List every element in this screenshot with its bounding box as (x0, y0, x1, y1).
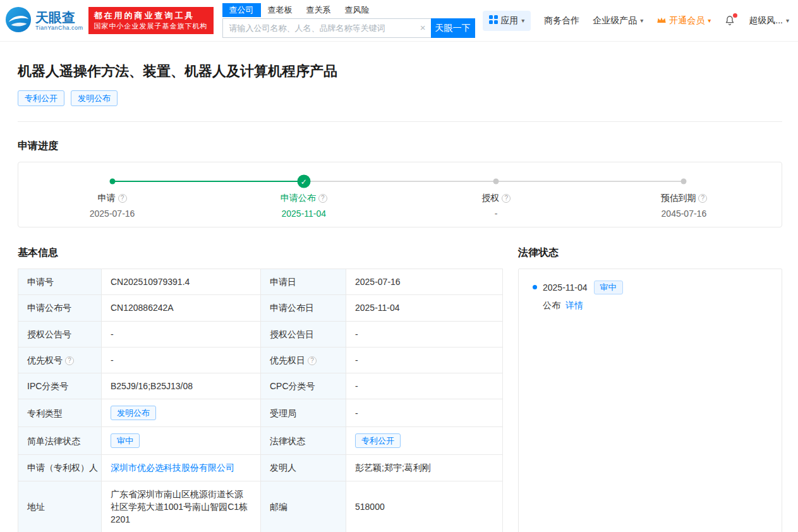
step-grant-label: 授权 (481, 193, 499, 203)
search-clear-icon[interactable]: × (420, 22, 426, 33)
legal-status-section: 法律状态 2025-11-04 审中 公布 详情 (518, 246, 782, 532)
timeline-node-grant (493, 179, 499, 184)
table-row: 专利类型 发明公布 受理局 - (18, 399, 503, 427)
menu-enterprise-label: 企业级产品 (593, 15, 637, 27)
header: 天眼查 TianYanCha.com 都在用的商业查询工具 国家中小企业发展子基… (0, 0, 798, 42)
row-label: 申请公布号 (18, 295, 102, 321)
application-number: CN202510979391.4 (102, 269, 261, 295)
table-row: IPC分类号 B25J9/16;B25J13/08 CPC分类号 - (18, 373, 503, 399)
tag-patent-public: 专利公开 (18, 90, 64, 106)
basic-info-table: 申请号 CN202510979391.4 申请日 2025-07-16 申请公布… (18, 269, 503, 532)
search-tab-boss[interactable]: 查老板 (261, 3, 299, 17)
search-button[interactable]: 天眼一下 (431, 18, 475, 38)
row-label: 授权公告号 (18, 321, 102, 347)
search-tab-relation[interactable]: 查关系 (299, 3, 338, 17)
row-label: 受理局 (261, 399, 346, 427)
grant-number: - (102, 321, 261, 347)
row-label: 申请日 (261, 269, 346, 295)
timeline-node-publish: ✓ (297, 175, 310, 188)
step-expire-label: 预估到期 (660, 193, 696, 203)
row-label: 地址 (18, 481, 102, 532)
table-row: 申请（专利权）人 深圳市优必选科技股份有限公司 发明人 彭艺颖;郑宇;葛利刚 (18, 455, 503, 481)
menu-super-risk[interactable]: 超级风... ▾ (749, 15, 789, 27)
bullet-icon (533, 285, 537, 289)
priority-number: - (102, 347, 261, 373)
timeline-step-apply: 申请? 2025-07-16 (49, 193, 176, 219)
basic-info-title: 基本信息 (18, 246, 502, 260)
crown-icon (656, 16, 667, 26)
legal-status-title: 法律状态 (518, 246, 782, 260)
row-label: 法律状态 (261, 427, 346, 455)
search-tab-company[interactable]: 查公司 (222, 3, 261, 17)
applicant-link[interactable]: 深圳市优必选科技股份有限公司 (111, 462, 234, 473)
timeline-node-apply (109, 179, 115, 184)
help-icon[interactable]: ? (118, 194, 127, 203)
accepting-office: - (346, 399, 503, 427)
legal-status-date: 2025-11-04 (543, 282, 588, 293)
apps-grid-icon (489, 15, 498, 26)
table-row: 优先权号? - 优先权日? - (18, 347, 503, 373)
basic-info-section: 基本信息 申请号 CN202510979391.4 申请日 2025-07-16… (18, 246, 502, 532)
promo-badge: 都在用的商业查询工具 国家中小企业发展子基金旗下机构 (88, 7, 214, 33)
apps-menu[interactable]: 应用 ▾ (483, 11, 531, 31)
help-icon[interactable]: ? (502, 194, 511, 203)
tag-invention-publish: 发明公布 (71, 90, 118, 106)
help-icon[interactable]: ? (65, 356, 74, 365)
apps-menu-label: 应用 (500, 15, 518, 27)
notification-bell-icon[interactable] (724, 15, 735, 27)
step-apply-label: 申请 (98, 193, 116, 203)
chevron-down-icon: ▾ (640, 17, 643, 24)
ipc-class: B25J9/16;B25J13/08 (102, 373, 261, 399)
step-publish-date: 2025-11-04 (241, 209, 367, 219)
row-label: 优先权日? (261, 347, 346, 373)
legal-status-item: 2025-11-04 审中 公布 详情 (531, 281, 769, 311)
progress-timeline: ✓ 申请? 2025-07-16 申请公布? 2025-11-04 (18, 162, 782, 227)
table-row: 地址 广东省深圳市南山区桃源街道长源社区学苑大道1001号南山智园C1栋2201… (18, 481, 503, 532)
chevron-down-icon: ▾ (521, 17, 524, 24)
patent-type: 发明公布 (102, 399, 261, 427)
legal-status-detail-link[interactable]: 详情 (565, 300, 583, 310)
row-label: 邮编 (261, 481, 346, 532)
menu-super-label: 超级风... (749, 15, 783, 27)
tianyancha-logo-icon (5, 6, 32, 35)
help-icon[interactable]: ? (308, 356, 317, 365)
row-label: IPC分类号 (18, 373, 102, 399)
row-label: CPC分类号 (261, 373, 346, 399)
postcode: 518000 (346, 481, 503, 532)
publication-number: CN120886242A (102, 295, 261, 321)
menu-open-vip[interactable]: 开通会员 ▾ (656, 15, 711, 27)
help-icon[interactable]: ? (318, 194, 327, 203)
help-icon[interactable]: ? (698, 194, 707, 203)
check-icon: ✓ (297, 175, 310, 188)
tianyancha-logo[interactable]: 天眼查 TianYanCha.com (5, 6, 83, 35)
search-tabs: 查公司 查老板 查关系 查风险 (222, 3, 475, 16)
menu-vip-label: 开通会员 (669, 15, 704, 27)
search-tab-risk[interactable]: 查风险 (338, 3, 377, 17)
title-section: 机器人遥操作方法、装置、机器人及计算机程序产品 专利公开 发明公布 (18, 42, 782, 122)
page-title: 机器人遥操作方法、装置、机器人及计算机程序产品 (18, 62, 782, 81)
timeline-track-done (112, 181, 304, 182)
menu-business-cooperation[interactable]: 商务合作 (544, 15, 579, 27)
legal-status-tag: 专利公开 (355, 433, 401, 448)
promo-badge-line2: 国家中小企业发展子基金旗下机构 (94, 21, 208, 31)
simple-legal-status: 审中 (102, 427, 261, 455)
table-row: 申请号 CN202510979391.4 申请日 2025-07-16 (18, 269, 503, 295)
table-row: 简单法律状态 审中 法律状态 专利公开 (18, 427, 503, 455)
legal-status-box: 2025-11-04 审中 公布 详情 (518, 269, 782, 532)
timeline-step-publish: 申请公布? 2025-11-04 (241, 193, 367, 219)
main-content: 机器人遥操作方法、装置、机器人及计算机程序产品 专利公开 发明公布 申请进度 ✓ (0, 42, 798, 532)
chevron-down-icon: ▾ (786, 17, 789, 24)
step-publish-label: 申请公布 (281, 193, 316, 203)
chevron-down-icon: ▾ (708, 17, 711, 24)
patent-tags: 专利公开 发明公布 (18, 90, 782, 106)
menu-enterprise-products[interactable]: 企业级产品 ▾ (593, 15, 643, 27)
timeline-node-expire (681, 179, 687, 184)
search-input[interactable] (222, 18, 431, 38)
cpc-class: - (346, 373, 503, 399)
grant-date: - (346, 321, 503, 347)
inventors: 彭艺颖;郑宇;葛利刚 (346, 455, 503, 481)
application-date: 2025-07-16 (346, 269, 503, 295)
logo-text-cn: 天眼查 (35, 11, 83, 25)
row-label: 申请（专利权）人 (18, 455, 102, 481)
timeline-step-grant: 授权? - (433, 193, 559, 219)
